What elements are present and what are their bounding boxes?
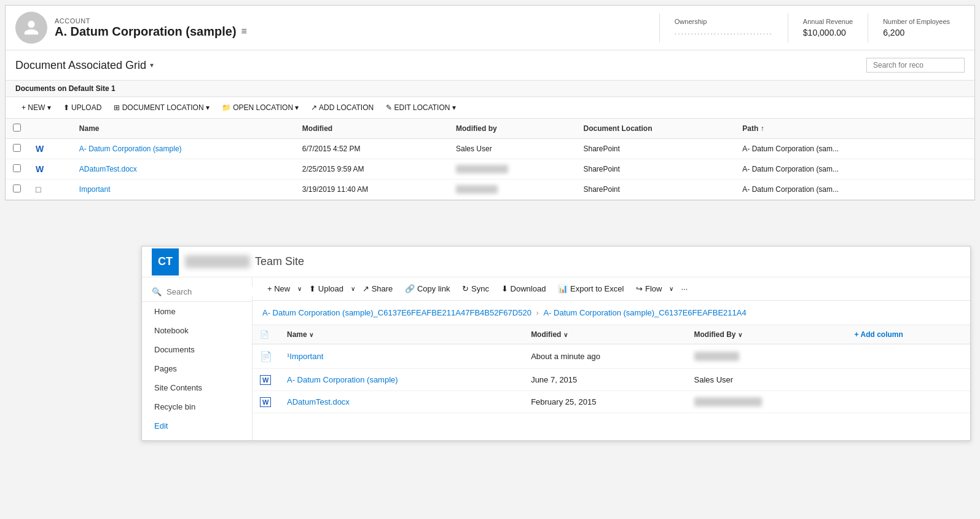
upload-button[interactable]: ⬆ UPLOAD — [57, 101, 108, 114]
account-stats: Ownership ..............................… — [659, 13, 965, 42]
avatar — [15, 12, 47, 44]
row-location-cell: SharePoint — [576, 139, 735, 159]
account-name: A. Datum Corporation (sample) ≡ — [55, 25, 659, 39]
sp-col-icon: 📄 — [253, 325, 280, 344]
nav-documents[interactable]: Documents — [142, 340, 252, 359]
chevron-down-icon[interactable]: ▾ — [150, 61, 154, 69]
edit-location-button[interactable]: ✎ EDIT LOCATION ▾ — [380, 101, 462, 114]
employees-stat: Number of Employees 6,200 — [868, 13, 965, 42]
nav-notebook[interactable]: Notebook — [142, 321, 252, 340]
file-type-icon: □ — [36, 184, 41, 194]
blurred-sp-name: ████████████ — [694, 397, 762, 406]
sp-more-button[interactable]: ··· — [676, 281, 692, 296]
row-path-cell: A- Datum Corporation (sam... — [735, 159, 946, 180]
row-name-cell: A- Datum Corporation (sample) — [72, 139, 295, 159]
col-name[interactable]: Name — [72, 119, 295, 139]
row-checkbox[interactable] — [13, 164, 21, 172]
sp-col-modified-by[interactable]: Modified By ∨ — [687, 325, 847, 344]
add-location-button[interactable]: ↗ ADD LOCATION — [305, 101, 380, 114]
sp-main: + New ∨ ⬆ Upload ∨ ↗ Share 🔗 Copy link ↻… — [253, 277, 970, 440]
col-path[interactable]: Path ↑ — [735, 119, 946, 139]
nav-home[interactable]: Home — [142, 302, 252, 321]
open-location-button[interactable]: 📁 OPEN LOCATION ▾ — [216, 101, 305, 114]
sp-sync-button[interactable]: ↻ Sync — [457, 281, 494, 296]
file-type-icon: W — [36, 144, 44, 154]
sp-col-modified[interactable]: Modified ∨ — [523, 325, 686, 344]
breadcrumb-part1[interactable]: A- Datum Corporation (sample)_C6137E6FEA… — [262, 308, 531, 317]
file-name-link[interactable]: A- Datum Corporation (sample) — [79, 145, 288, 153]
account-header: ACCOUNT A. Datum Corporation (sample) ≡ … — [6, 6, 974, 50]
select-all-checkbox[interactable] — [13, 124, 21, 132]
row-modifiedby-cell: ██████████ — [449, 159, 576, 180]
nav-recycle-bin[interactable]: Recycle bin — [142, 397, 252, 416]
select-all-col[interactable] — [6, 119, 28, 139]
sp-row-add-cell — [847, 369, 970, 391]
search-input[interactable] — [866, 58, 965, 73]
upload-dropdown-icon[interactable]: ∨ — [351, 285, 355, 292]
sp-export-button[interactable]: 📊 Export to Excel — [553, 281, 629, 296]
sp-row-modifiedby-cell: ████████ — [687, 344, 847, 369]
hamburger-icon[interactable]: ≡ — [241, 26, 247, 37]
col-modified[interactable]: Modified — [295, 119, 449, 139]
nav-pages[interactable]: Pages — [142, 359, 252, 378]
document-location-button[interactable]: ⊞ DOCUMENT LOCATION ▾ — [108, 101, 216, 114]
col-extra — [946, 119, 974, 139]
search-icon: 🔍 — [152, 287, 162, 296]
toolbar: + NEW ▾ ⬆ UPLOAD ⊞ DOCUMENT LOCATION ▾ 📁… — [6, 97, 974, 119]
sp-row-modifiedby-cell: ████████████ — [687, 391, 847, 413]
sp-layout: 🔍 Home Notebook Documents Pages Site Con… — [142, 277, 970, 440]
row-modifiedby-cell: Sales User — [449, 139, 576, 159]
file-name-link[interactable]: Important — [79, 185, 288, 194]
row-checkbox-cell[interactable] — [6, 180, 28, 200]
nav-site-contents[interactable]: Site Contents — [142, 378, 252, 397]
sp-site-name: CRM3Jonner Team Site — [185, 255, 304, 268]
sp-site-name-blurred: CRM3Jonner — [185, 255, 250, 268]
word-icon: W — [260, 375, 271, 385]
sp-row-add-cell — [847, 391, 970, 413]
sp-file-link[interactable]: ¹Important — [287, 352, 516, 361]
sp-search: 🔍 — [142, 282, 252, 302]
site-label: Documents on Default Site 1 — [6, 81, 974, 97]
sp-share-button[interactable]: ↗ Share — [358, 281, 398, 296]
row-icon-cell: W — [28, 159, 72, 180]
col-spacer — [28, 119, 72, 139]
col-doc-location[interactable]: Document Location — [576, 119, 735, 139]
new-button[interactable]: + NEW ▾ — [15, 101, 57, 114]
sp-file-link[interactable]: ADatumTest.docx — [287, 397, 516, 406]
sp-row-modified-cell: June 7, 2015 — [523, 369, 686, 391]
blurred-name: ██████████ — [456, 165, 508, 173]
ownership-stat: Ownership .............................. — [659, 13, 788, 42]
sp-new-button[interactable]: + New — [262, 281, 295, 296]
revenue-stat: Annual Revenue $10,000.00 — [788, 13, 868, 42]
sp-row-modified-cell: February 25, 2015 — [523, 391, 686, 413]
sp-table-row: W ADatumTest.docx February 25, 2015 ████… — [253, 391, 970, 413]
row-checkbox[interactable] — [13, 144, 21, 152]
row-name-cell: Important — [72, 180, 295, 200]
row-checkbox-cell[interactable] — [6, 139, 28, 159]
nav-edit[interactable]: Edit — [142, 416, 252, 435]
sp-flow-button[interactable]: ↪ Flow — [631, 281, 667, 296]
sp-table-row: 📄 ¹Important About a minute ago ████████ — [253, 344, 970, 369]
row-checkbox[interactable] — [13, 184, 21, 192]
sp-col-name[interactable]: Name ∨ — [280, 325, 523, 344]
sp-file-link[interactable]: A- Datum Corporation (sample) — [287, 375, 516, 384]
blurred-sp-name: ████████ — [694, 352, 740, 361]
row-modifiedby-cell: ████████ — [449, 180, 576, 200]
row-name-cell: ADatumTest.docx — [72, 159, 295, 180]
breadcrumb-part2[interactable]: A- Datum Corporation (sample)_C6137E6FEA… — [543, 308, 746, 317]
sp-upload-button[interactable]: ⬆ Upload — [304, 281, 348, 296]
row-modified-cell: 3/19/2019 11:40 AM — [295, 180, 449, 200]
top-panel: ACCOUNT A. Datum Corporation (sample) ≡ … — [5, 5, 975, 200]
sp-copylink-button[interactable]: 🔗 Copy link — [400, 281, 455, 296]
sp-search-input[interactable] — [167, 287, 253, 296]
flow-dropdown-icon[interactable]: ∨ — [669, 285, 673, 292]
file-name-link[interactable]: ADatumTest.docx — [79, 165, 288, 173]
row-icon-cell: □ — [28, 180, 72, 200]
sp-download-button[interactable]: ⬇ Download — [496, 281, 551, 296]
sp-col-add[interactable]: + Add column — [847, 325, 970, 344]
col-modified-by[interactable]: Modified by — [449, 119, 576, 139]
new-dropdown-icon[interactable]: ∨ — [297, 285, 302, 292]
sp-row-modified-cell: About a minute ago — [523, 344, 686, 369]
sp-table-row: W A- Datum Corporation (sample) June 7, … — [253, 369, 970, 391]
row-checkbox-cell[interactable] — [6, 159, 28, 180]
